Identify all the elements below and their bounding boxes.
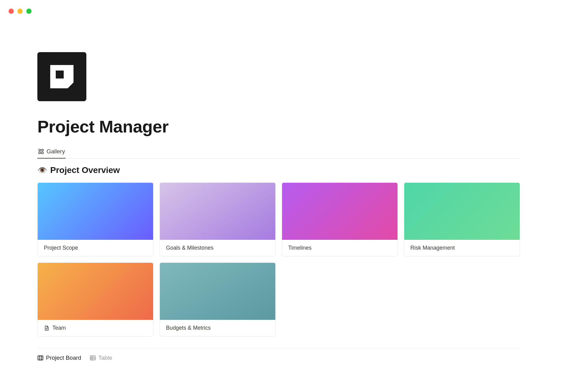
gallery-grid: Project ScopeGoals & MilestonesTimelines… [37,182,520,336]
card-body: Risk Management [404,240,520,256]
card-cover [38,183,153,240]
card-body: Goals & Milestones [160,240,275,256]
card-body: Project Scope [38,240,153,256]
card-body: Team [38,320,153,336]
svg-rect-2 [39,152,41,154]
card-title: Timelines [288,245,311,251]
bottom-tab-project-board[interactable]: Project Board [37,355,81,361]
view-tabs: Gallery [37,146,520,159]
card-title: Budgets & Metrics [166,325,211,331]
gallery-card[interactable]: Project Scope [37,182,153,256]
section-title-text: Project Overview [50,165,120,175]
bottom-tab-label: Project Board [46,355,81,361]
gallery-card[interactable]: Timelines [282,182,398,256]
gallery-card[interactable]: Budgets & Metrics [160,263,276,336]
minimize-window-button[interactable] [17,9,23,14]
close-window-button[interactable] [9,9,14,14]
card-cover [160,183,275,240]
maximize-window-button[interactable] [26,9,32,14]
bottom-tab-table[interactable]: Table [90,355,112,361]
svg-rect-1 [42,149,43,151]
svg-rect-7 [90,356,95,360]
card-title: Team [52,325,66,331]
bottom-tab-label: Table [98,355,112,361]
page-title: Project Manager [37,117,520,136]
section-header: 👁️ Project Overview [37,165,520,175]
card-body: Timelines [282,240,398,256]
eye-icon: 👁️ [37,166,47,174]
document-icon [44,325,49,331]
gallery-icon [38,148,44,155]
table-icon [90,355,96,361]
card-title: Goals & Milestones [166,245,213,251]
svg-rect-3 [42,152,43,154]
card-body: Budgets & Metrics [160,320,275,336]
card-cover [282,183,398,240]
tab-gallery[interactable]: Gallery [37,146,66,159]
card-title: Project Scope [44,245,78,251]
bottom-view-tabs: Project BoardTable [37,348,520,361]
card-cover [404,183,520,240]
gallery-card[interactable]: Goals & Milestones [160,182,276,256]
window-traffic-lights [9,9,32,14]
tab-gallery-label: Gallery [47,148,65,155]
card-cover [38,263,153,320]
page-icon[interactable] [37,52,86,101]
card-title: Risk Management [410,245,455,251]
board-icon [37,355,43,361]
svg-rect-4 [38,356,43,360]
gallery-card[interactable]: Team [37,263,153,336]
gallery-card[interactable]: Risk Management [404,182,520,256]
card-cover [160,263,275,320]
svg-rect-0 [39,149,41,151]
